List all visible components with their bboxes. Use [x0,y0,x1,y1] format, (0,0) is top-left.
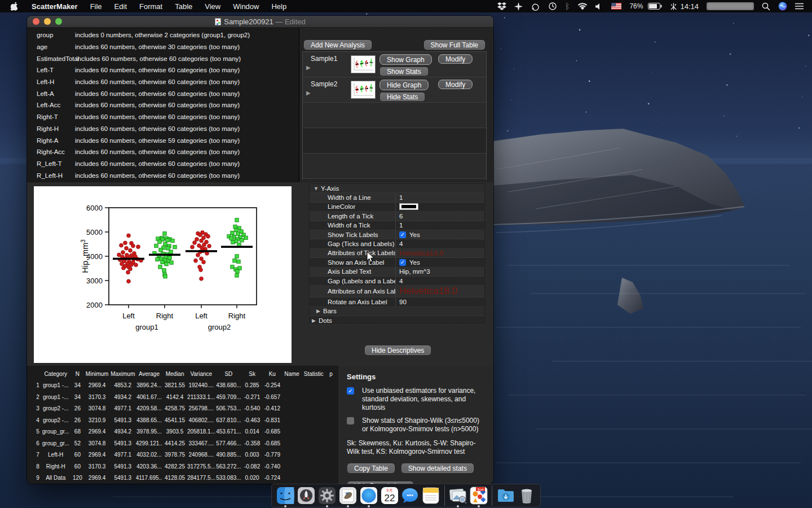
variable-row[interactable]: Right-Hincludes 60 numbers, otherwise 60… [27,123,299,135]
section-bars[interactable]: ▶Bars [310,307,484,316]
property-value[interactable]: ✓Yes [395,230,484,239]
property-value[interactable]: Helvetica14.0 [395,249,484,257]
property-value[interactable]: 1 [395,193,484,202]
property-row[interactable]: LineColor [310,203,484,212]
battery-percent[interactable]: 76% [625,0,647,12]
property-row[interactable]: Axis Label TextHip, mm^3 [310,268,484,277]
dock-icon-preview[interactable] [448,484,469,507]
volume-icon[interactable] [592,0,607,12]
property-value[interactable]: 4 [395,277,484,285]
dock-icon-trash[interactable] [516,484,537,507]
property-row[interactable]: Length of a Tick6 [310,212,484,221]
notification-center-icon[interactable] [791,0,807,12]
show-full-table-button[interactable]: Show Full Table [423,40,486,50]
variable-row[interactable]: Left-Accincludes 60 numbers, otherwise 6… [27,99,299,111]
property-row[interactable]: Show Tick Labels✓Yes [310,230,484,239]
menu-table[interactable]: Table [169,2,198,11]
property-value[interactable]: ✓Yes [395,258,484,266]
menu-help[interactable]: Help [265,2,293,11]
hide-descriptives-button-mid[interactable]: Hide Descriptives [364,345,431,356]
menu-window[interactable]: Window [227,2,265,11]
analysis-row[interactable]: Sample1▶Show GraphShow StatsModify [303,52,486,77]
dock-icon-scattermaker[interactable]: Scat [469,484,489,507]
bluetooth-icon[interactable]: ᛒ [561,0,573,12]
disclosure-open-icon[interactable]: ▼ [314,186,319,191]
hide-graph-button[interactable]: Hide Graph [379,80,429,90]
property-row[interactable]: Width of a Line1 [310,193,484,202]
variable-row[interactable]: Right-Accincludes 60 numbers, otherwise … [27,146,299,158]
siri-icon[interactable] [774,0,791,12]
property-value[interactable]: 90 [395,297,484,306]
property-row[interactable]: Show an Axis Label✓Yes [310,258,484,267]
disclosure-triangle-icon[interactable]: ▶ [306,64,311,71]
dock-icon-downloads[interactable] [495,484,516,507]
modify-button[interactable]: Modify [438,54,473,64]
property-row[interactable]: Gap (Labels and a Label)4 [310,277,484,286]
variable-row[interactable]: EstimatedTotalincludes 60 numbers, other… [27,52,299,64]
dock-icon-launchpad[interactable] [296,484,317,507]
menu-file[interactable]: File [84,2,108,11]
variable-row[interactable]: Right-Aincludes 60 numbers, otherwise 59… [27,134,299,146]
dock-icon-notes[interactable] [421,484,442,507]
section-dots[interactable]: ▶Dots [310,316,484,325]
disclosure-triangle-icon[interactable]: ▶ [306,90,311,96]
property-value[interactable] [395,203,484,211]
unbiased-estimators-checkbox[interactable]: ✓ [347,387,354,395]
disclosure-collapsed-icon[interactable]: ▶ [316,308,320,314]
dock-icon-calendar[interactable]: 8月22 [379,484,400,507]
window-title-bar[interactable]: Sample200921 — Edited [27,16,493,28]
variable-row[interactable]: Left-Hincludes 60 numbers, otherwise 60 … [27,76,299,88]
property-row[interactable]: Attributes of Tick LabelsHelvetica14.0 [310,249,484,258]
show-stats-button[interactable]: Show Stats [379,67,429,76]
battery-icon[interactable] [647,0,666,12]
variable-row[interactable]: Right-Tincludes 60 numbers, otherwise 60… [27,111,299,123]
property-row[interactable]: Rotate an Axis Label90 [310,297,484,306]
shapiro-wilk-checkbox[interactable] [347,417,354,424]
app-menu-title[interactable]: ScatterMaker [25,2,84,11]
property-checkbox[interactable]: ✓ [399,259,406,266]
variable-row[interactable]: R_Left-Hincludes 60 numbers, otherwise 6… [27,169,299,181]
time-machine-icon[interactable] [544,0,561,12]
property-row[interactable]: Width of a Tick1 [310,221,484,230]
modify-button[interactable]: Modify [438,80,473,89]
sync-icon[interactable] [527,0,544,12]
variable-row[interactable]: Left-Tincludes 60 numbers, otherwise 60 … [27,64,299,76]
add-new-analysis-button[interactable]: Add New Analysis [303,40,372,50]
spotlight-icon[interactable] [758,0,774,12]
menu-view[interactable]: View [198,2,227,11]
property-row[interactable]: Attributes of an Axis LabelHelvetica18.0 [310,286,484,297]
analysis-row[interactable]: Sample2▶Hide GraphHide StatsModify [303,77,486,103]
menu-clock[interactable]: 14:14 [666,0,703,12]
variable-row[interactable]: groupincludes 0 numbers, otherwise 2 cat… [27,29,299,41]
dock-icon-system-preferences[interactable] [317,484,338,507]
variable-row[interactable]: Left-Aincludes 60 numbers, otherwise 60 … [27,87,299,99]
menu-format[interactable]: Format [133,2,169,11]
menu-edit[interactable]: Edit [108,2,133,11]
show-detailed-stats-button[interactable]: Show detailed stats [401,463,474,474]
yaxis-section-header[interactable]: ▼Y-Axis [310,184,484,193]
variable-row[interactable]: ageincludes 60 numbers, otherwise 30 cat… [27,41,299,53]
dock-icon-finder[interactable] [275,484,296,507]
antivirus-icon[interactable] [510,0,527,12]
variable-row[interactable]: R_Left-Tincludes 60 numbers, otherwise 6… [27,158,299,170]
dock-icon-safari[interactable] [358,484,379,507]
input-language-flag-icon[interactable] [607,0,625,12]
disclosure-collapsed-icon[interactable]: ▶ [312,318,316,323]
property-checkbox[interactable]: ✓ [399,231,406,238]
dropbox-icon[interactable] [493,0,510,12]
property-value[interactable]: 4 [395,239,484,248]
dock-icon-messages[interactable]: ••• [400,484,421,507]
hide-stats-button[interactable]: Hide Stats [379,92,425,102]
apple-menu[interactable] [0,2,25,11]
property-value[interactable]: Helvetica18.0 [395,286,484,297]
property-row[interactable]: Gap (Ticks and Labels)4 [310,239,484,248]
copy-table-button[interactable]: Copy Table [347,463,395,474]
show-graph-button[interactable]: Show Graph [379,54,432,65]
wifi-icon[interactable] [573,0,592,12]
user-name-redacted[interactable] [703,0,758,12]
property-value[interactable]: 1 [395,221,484,230]
property-value[interactable]: 6 [395,212,484,220]
property-value[interactable]: Hip, mm^3 [395,268,484,276]
dock-icon-mail[interactable] [338,484,359,507]
line-color-swatch[interactable] [399,203,418,210]
